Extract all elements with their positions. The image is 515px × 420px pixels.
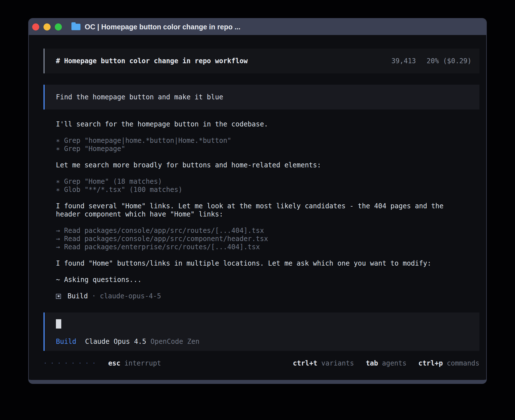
tool-call-grep: ∗ Grep "Homepage" — [56, 145, 451, 153]
hint-label: commands — [447, 359, 479, 368]
hint-agents: tab agents — [366, 359, 407, 368]
hint-commands: ctrl+p commands — [418, 359, 479, 368]
esc-key-hint: esc — [108, 359, 120, 368]
session-header: # Homepage button color change in repo w… — [43, 49, 479, 73]
session-stats: 39,413 20% ($0.29) — [391, 57, 472, 65]
folder-icon — [71, 24, 80, 30]
tool-call-read: → Read packages/console/app/src/componen… — [56, 235, 451, 243]
tool-call-group: → Read packages/console/app/src/routes/[… — [56, 227, 451, 251]
esc-key-label: interrupt — [125, 359, 161, 368]
zoom-button[interactable] — [55, 23, 62, 30]
working-status-text: ~ Asking questions... — [56, 276, 451, 284]
assistant-text: Let me search more broadly for buttons a… — [56, 161, 451, 169]
tool-call-glob: ∗ Glob "**/*.tsx" (100 matches) — [56, 186, 451, 194]
agent-model: claude-opus-4-5 — [100, 292, 161, 300]
minimize-button[interactable] — [43, 23, 51, 30]
user-message: Find the homepage button and make it blu… — [43, 85, 479, 110]
prompt-input[interactable]: Build Claude Opus 4.5 OpenCode Zen — [43, 312, 479, 351]
provider-label: OpenCode Zen — [150, 338, 199, 346]
terminal-content: # Homepage button color change in repo w… — [29, 35, 486, 380]
assistant-text: I found "Home" buttons/links in multiple… — [56, 259, 451, 268]
hint-key: tab — [366, 359, 378, 368]
traffic-lights — [32, 23, 62, 30]
user-message-text: Find the homepage button and make it blu… — [56, 93, 223, 101]
tool-call-group: ∗ Grep "Home" (18 matches) ∗ Glob "**/*.… — [56, 178, 451, 194]
statusbar-right: ctrl+t variants tab agents ctrl+p comman… — [293, 359, 479, 368]
agent-name: Build — [67, 292, 88, 300]
hint-variants: ctrl+t variants — [293, 359, 354, 368]
tool-call-read: → Read packages/enterprise/src/routes/[.… — [56, 243, 451, 251]
token-count: 39,413 — [391, 57, 416, 65]
hint-label: agents — [382, 359, 407, 368]
assistant-text: I'll search for the homepage button in t… — [56, 120, 451, 128]
separator-dot: · — [92, 292, 96, 300]
close-button[interactable] — [32, 23, 39, 30]
agent-square-icon — [56, 294, 61, 299]
tool-call-grep: ∗ Grep "homepage|home.*button|Home.*butt… — [56, 137, 451, 145]
text-cursor — [56, 319, 61, 329]
terminal-window: OC | Homepage button color change in rep… — [28, 18, 487, 384]
context-cost: 20% ($0.29) — [427, 57, 472, 65]
assistant-text: I found several "Home" links. Let me loo… — [56, 202, 451, 218]
agent-status-row: Build · claude-opus-4-5 — [56, 292, 451, 300]
spinner-dots-icon: ········ — [43, 359, 99, 368]
tool-call-read: → Read packages/console/app/src/routes/[… — [56, 227, 451, 235]
model-label: Claude Opus 4.5 — [85, 338, 146, 346]
agent-mode-label[interactable]: Build — [56, 338, 76, 346]
window-title: OC | Homepage button color change in rep… — [85, 23, 240, 31]
tool-call-group: ∗ Grep "homepage|home.*button|Home.*butt… — [56, 137, 451, 153]
input-meta-row: Build Claude Opus 4.5 OpenCode Zen — [56, 338, 468, 346]
hint-key: ctrl+t — [293, 359, 317, 368]
statusbar-left: ········ esc interrupt — [43, 359, 161, 368]
chat-transcript: I'll search for the homepage button in t… — [56, 120, 451, 300]
flex-spacer — [43, 300, 479, 312]
tool-call-grep: ∗ Grep "Home" (18 matches) — [56, 178, 451, 186]
statusbar: ········ esc interrupt ctrl+t variants t… — [43, 359, 479, 368]
hint-label: variants — [321, 359, 354, 368]
session-title: # Homepage button color change in repo w… — [56, 57, 248, 65]
titlebar[interactable]: OC | Homepage button color change in rep… — [29, 19, 486, 35]
hint-key: ctrl+p — [418, 359, 443, 368]
